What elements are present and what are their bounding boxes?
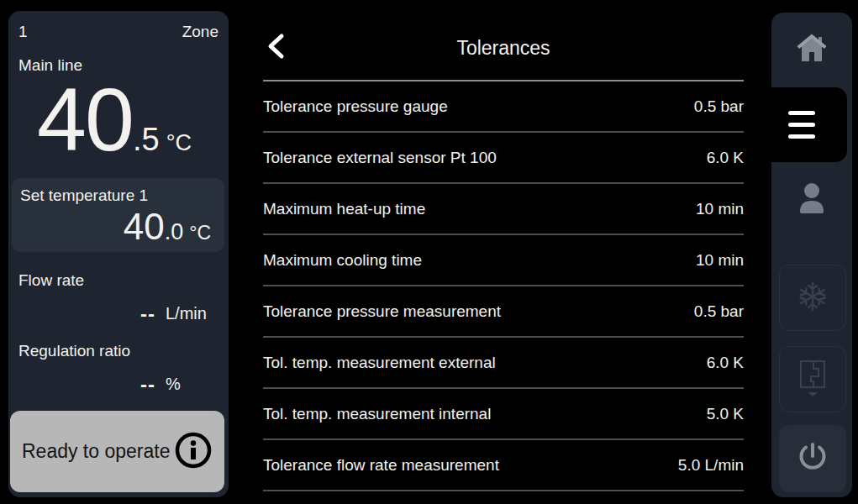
tolerance-label: Maximum cooling time xyxy=(263,251,422,270)
tolerance-label: Tolerance pressure gauge xyxy=(263,97,448,116)
flow-rate-row: -- L/min xyxy=(8,302,229,328)
mold-icon xyxy=(796,359,829,401)
set-temp-fraction: .0 xyxy=(165,219,184,245)
tolerance-row[interactable]: Tolerance flow rate measurement 5.0 L/mi… xyxy=(263,440,744,491)
tolerances-page: Tolerances Tolerance pressure gauge 0.5 … xyxy=(263,0,744,491)
tolerance-row[interactable]: Tolerance pressure measurement 0.5 bar xyxy=(263,286,744,338)
regulation-ratio-value: -- xyxy=(140,373,155,396)
zone-header: 1 Zone xyxy=(18,23,218,41)
menu-icon xyxy=(788,103,815,146)
snowflake-icon xyxy=(797,281,829,316)
tolerance-row[interactable]: Tol. temp. measurement internal 5.0 K xyxy=(263,389,744,440)
tolerance-value: 6.0 K xyxy=(707,149,744,167)
sidebar-item-home[interactable] xyxy=(771,13,852,87)
tolerance-row[interactable]: Tolerance external sensor Pt 100 6.0 K xyxy=(263,133,744,184)
mold-button[interactable] xyxy=(779,346,846,412)
tolerance-value: 10 min xyxy=(696,200,744,218)
flow-rate-value: -- xyxy=(140,302,155,326)
status-card[interactable]: Ready to operate xyxy=(10,411,224,492)
main-temp-integer: 40 xyxy=(37,75,133,164)
main-temp-unit: °C xyxy=(166,130,192,156)
power-button[interactable] xyxy=(779,425,846,492)
tolerance-label: Tolerance pressure measurement xyxy=(263,302,501,321)
tolerance-label: Tolerance external sensor Pt 100 xyxy=(263,149,497,167)
sidebar-item-user[interactable] xyxy=(771,165,852,233)
tolerance-value: 0.5 bar xyxy=(694,97,744,116)
tolerances-list: Tolerance pressure gauge 0.5 bar Toleran… xyxy=(263,81,744,491)
regulation-ratio-row: -- % xyxy=(8,373,229,398)
tolerance-label: Tol. temp. measurement external xyxy=(263,354,496,372)
tolerance-value: 10 min xyxy=(696,251,744,270)
set-temp-integer: 40 xyxy=(124,208,165,245)
tolerance-value: 0.5 bar xyxy=(694,302,744,321)
zone-panel: 1 Zone Main line 40 .5 °C Set temperatur… xyxy=(8,11,229,497)
regulation-ratio-label: Regulation ratio xyxy=(18,342,130,360)
info-icon xyxy=(174,431,213,473)
power-icon xyxy=(796,440,829,477)
tolerance-label: Tol. temp. measurement internal xyxy=(263,405,491,423)
main-temp-fraction: .5 xyxy=(133,122,160,158)
cooling-button[interactable] xyxy=(779,265,846,331)
sidebar-item-menu[interactable] xyxy=(756,87,847,162)
user-icon xyxy=(794,181,829,217)
set-temperature-card[interactable]: Set temperature 1 40 .0 °C xyxy=(12,178,224,252)
main-temperature-display: 40 .5 °C xyxy=(8,75,220,164)
tolerance-label: Maximum heat-up time xyxy=(263,200,425,218)
status-text: Ready to operate xyxy=(22,440,174,463)
tolerance-row[interactable]: Tolerance pressure gauge 0.5 bar xyxy=(263,81,744,133)
page-title: Tolerances xyxy=(263,37,744,60)
zone-label: Zone xyxy=(182,23,218,41)
home-icon xyxy=(796,34,828,67)
regulation-ratio-unit: % xyxy=(166,375,181,394)
zone-number: 1 xyxy=(18,23,28,41)
tolerance-row[interactable]: Maximum heat-up time 10 min xyxy=(263,184,744,235)
flow-rate-label: Flow rate xyxy=(18,271,84,290)
flow-rate-unit: L/min xyxy=(166,304,207,323)
tolerance-value: 6.0 K xyxy=(707,354,744,372)
tolerance-row[interactable]: Maximum cooling time 10 min xyxy=(263,235,744,286)
hmi-screen: 1 Zone Main line 40 .5 °C Set temperatur… xyxy=(0,0,858,504)
page-header: Tolerances xyxy=(263,0,744,81)
tolerance-value: 5.0 L/min xyxy=(678,456,744,475)
tolerance-label: Tolerance flow rate measurement xyxy=(263,456,499,475)
tolerance-row[interactable]: Tol. temp. measurement external 6.0 K xyxy=(263,338,744,389)
set-temperature-value: 40 .0 °C xyxy=(124,208,211,245)
set-temp-unit: °C xyxy=(189,222,211,244)
set-temperature-label: Set temperature 1 xyxy=(20,186,148,205)
tolerance-value: 5.0 K xyxy=(707,405,744,423)
